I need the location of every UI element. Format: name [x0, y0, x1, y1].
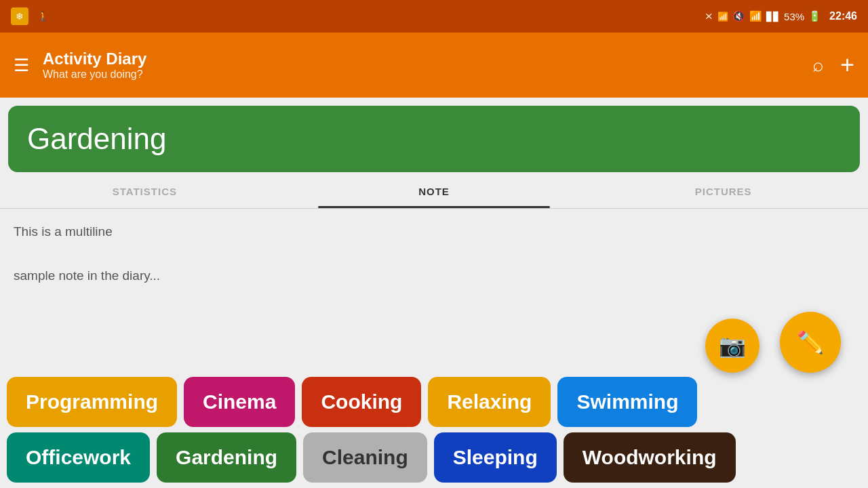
- app-bar: ☰ Activity Diary What are you doing? ⌕ +: [0, 33, 868, 98]
- app-title-area: Activity Diary What are you doing?: [43, 49, 799, 81]
- tab-statistics[interactable]: STATISTICS: [0, 175, 290, 208]
- bluetooth-icon: ⨯️: [705, 10, 713, 22]
- tag-cooking[interactable]: Cooking: [302, 377, 421, 427]
- tags-row-2: Officework Gardening Cleaning Sleeping W…: [7, 432, 861, 483]
- tab-pictures[interactable]: PICTURES: [578, 175, 868, 208]
- edit-icon: ✏️: [797, 329, 824, 355]
- tags-area: Programming Cinema Cooking Relaxing Swim…: [0, 371, 868, 488]
- status-bar: ❄ 🚶 ⨯️ 📶 🔇 📶 ▊▊ 53% 🔋 22:46: [0, 0, 868, 33]
- tag-swimming[interactable]: Swimming: [557, 377, 697, 427]
- app-icon-2: 🚶: [34, 7, 52, 25]
- mute-icon: 🔇: [732, 10, 745, 22]
- fab-edit-button[interactable]: ✏️: [780, 312, 841, 373]
- battery-icon: 🔋: [808, 10, 821, 22]
- tab-note[interactable]: NOTE: [290, 175, 579, 208]
- tag-programming[interactable]: Programming: [7, 377, 177, 427]
- tag-gardening[interactable]: Gardening: [157, 432, 296, 483]
- activity-card[interactable]: Gardening: [8, 106, 860, 172]
- wifi-icon: 📶: [749, 10, 762, 22]
- note-line3: sample note in the diary...: [14, 268, 160, 283]
- main-content: Gardening STATISTICS NOTE PICTURES This …: [0, 98, 868, 488]
- tags-row-1: Programming Cinema Cooking Relaxing Swim…: [7, 377, 861, 427]
- fab-camera-button[interactable]: 📷: [705, 319, 760, 373]
- note-line1: This is a multiline: [14, 224, 113, 239]
- tag-woodworking[interactable]: Woodworking: [564, 432, 736, 483]
- battery-percent: 53%: [784, 11, 804, 22]
- signal-icon: ▊▊: [766, 12, 780, 22]
- activity-name: Gardening: [27, 122, 166, 155]
- app-title: Activity Diary: [43, 49, 799, 68]
- camera-icon: 📷: [719, 333, 746, 359]
- status-time: 22:46: [829, 10, 857, 22]
- app-icon-1: ❄: [11, 7, 28, 25]
- tag-sleeping[interactable]: Sleeping: [434, 432, 557, 483]
- app-subtitle: What are you doing?: [43, 68, 799, 81]
- tag-officework[interactable]: Officework: [7, 432, 150, 483]
- tag-cleaning[interactable]: Cleaning: [303, 432, 427, 483]
- tag-relaxing[interactable]: Relaxing: [428, 377, 551, 427]
- app-actions: ⌕ +: [812, 51, 854, 79]
- bluetooth-icon: 📶: [717, 12, 728, 22]
- menu-button[interactable]: ☰: [14, 56, 29, 74]
- add-button[interactable]: +: [840, 51, 854, 79]
- tabs: STATISTICS NOTE PICTURES: [0, 175, 868, 209]
- tag-cinema[interactable]: Cinema: [184, 377, 295, 427]
- search-button[interactable]: ⌕: [812, 54, 824, 76]
